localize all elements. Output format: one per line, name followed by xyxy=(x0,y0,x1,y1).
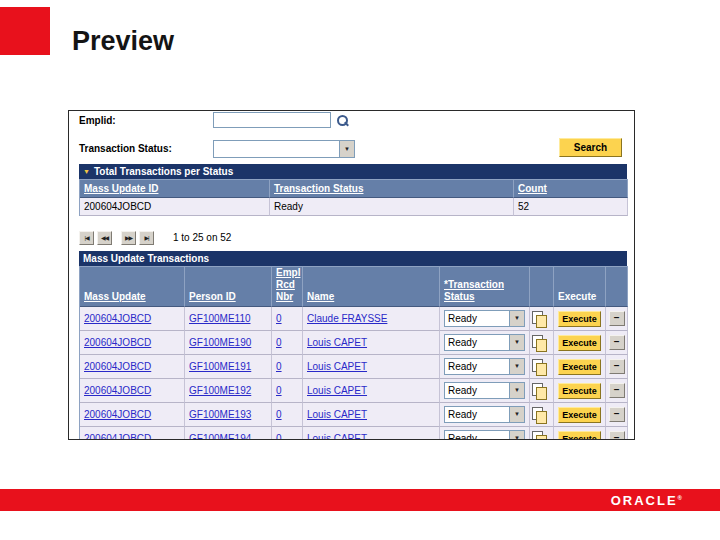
transfer-detail-icon[interactable] xyxy=(532,311,546,326)
footer-bar: ORACLE® xyxy=(0,489,720,511)
collapse-icon[interactable]: ▼ xyxy=(83,168,90,175)
delete-row-button[interactable]: – xyxy=(609,383,625,398)
delete-row-button[interactable]: – xyxy=(609,407,625,422)
execute-button[interactable]: Execute xyxy=(558,359,601,375)
transfer-detail-icon[interactable] xyxy=(532,383,546,398)
name-link[interactable]: Claude FRAYSSE xyxy=(307,313,387,324)
column-header-count[interactable]: Count xyxy=(514,179,628,198)
person-id-link[interactable]: GF100ME194 xyxy=(189,433,251,440)
next-page-button[interactable]: ▶▶ xyxy=(121,231,136,245)
table-row: 200604JOBCD GF100ME194 0 Louis CAPET Rea… xyxy=(80,427,627,440)
column-header-name[interactable]: Name xyxy=(303,266,440,307)
row-status-select[interactable]: Ready▼ xyxy=(444,430,525,440)
name-link[interactable]: Louis CAPET xyxy=(307,361,367,372)
delete-row-button[interactable]: – xyxy=(609,431,625,440)
chevron-down-icon[interactable]: ▼ xyxy=(509,311,524,326)
mass-update-link[interactable]: 200604JOBCD xyxy=(84,433,151,440)
row-status-select[interactable]: Ready▼ xyxy=(444,382,525,399)
execute-button[interactable]: Execute xyxy=(558,407,601,423)
row-status-select[interactable]: Ready▼ xyxy=(444,310,525,327)
transaction-status-label: Transaction Status: xyxy=(79,143,172,154)
column-header-mass-update-id[interactable]: Mass Update ID xyxy=(80,179,270,198)
chevron-down-icon[interactable]: ▼ xyxy=(339,141,354,157)
mass-update-link[interactable]: 200604JOBCD xyxy=(84,313,151,324)
chevron-down-icon[interactable]: ▼ xyxy=(509,407,524,422)
empl-rcd-link[interactable]: 0 xyxy=(276,433,282,440)
pagination-label: 1 to 25 on 52 xyxy=(173,232,231,243)
column-header-mass-update[interactable]: Mass Update xyxy=(80,266,185,307)
mass-update-link[interactable]: 200604JOBCD xyxy=(84,337,151,348)
mass-update-link[interactable]: 200604JOBCD xyxy=(84,361,151,372)
previous-page-button[interactable]: ◀◀ xyxy=(97,231,112,245)
summary-row: 200604JOBCD Ready 52 xyxy=(80,198,627,216)
column-header-empl-rcd-nbr[interactable]: EmplRcdNbr xyxy=(272,266,303,307)
grid-section-header: Mass Update Transactions xyxy=(79,251,627,266)
table-row: 200604JOBCD GF100ME191 0 Louis CAPET Rea… xyxy=(80,355,627,379)
summary-section-title: Total Transactions per Status xyxy=(94,166,233,177)
table-row: 200604JOBCD GF100ME193 0 Louis CAPET Rea… xyxy=(80,403,627,427)
summary-count: 52 xyxy=(514,198,628,216)
summary-mass-update-id: 200604JOBCD xyxy=(80,198,270,216)
summary-transaction-status: Ready xyxy=(270,198,514,216)
execute-button[interactable]: Execute xyxy=(558,311,601,327)
transaction-status-select[interactable]: ▼ xyxy=(213,140,355,158)
name-link[interactable]: Louis CAPET xyxy=(307,409,367,420)
column-header-icons xyxy=(530,266,554,307)
summary-section-header[interactable]: ▼Total Transactions per Status xyxy=(79,164,627,179)
last-page-button[interactable]: ▶| xyxy=(139,231,154,245)
oracle-logo: ORACLE® xyxy=(611,493,682,508)
person-id-link[interactable]: GF100ME190 xyxy=(189,337,251,348)
name-link[interactable]: Louis CAPET xyxy=(307,433,367,440)
table-row: 200604JOBCD GF100ME190 0 Louis CAPET Rea… xyxy=(80,331,627,355)
emplid-input[interactable] xyxy=(213,112,331,128)
emplid-label: Emplid: xyxy=(79,115,116,126)
summary-table: Mass Update ID Transaction Status Count … xyxy=(79,179,627,216)
empl-rcd-link[interactable]: 0 xyxy=(276,313,282,324)
row-status-select[interactable]: Ready▼ xyxy=(444,406,525,423)
row-status-select[interactable]: Ready▼ xyxy=(444,334,525,351)
search-button[interactable]: Search xyxy=(559,138,622,157)
slide-title: Preview xyxy=(72,26,174,57)
mass-update-link[interactable]: 200604JOBCD xyxy=(84,409,151,420)
execute-button[interactable]: Execute xyxy=(558,335,601,351)
empl-rcd-link[interactable]: 0 xyxy=(276,385,282,396)
delete-row-button[interactable]: – xyxy=(609,359,625,374)
transactions-grid: Mass Update Person ID EmplRcdNbr Name *T… xyxy=(79,266,627,440)
execute-button[interactable]: Execute xyxy=(558,431,601,441)
person-id-link[interactable]: GF100ME191 xyxy=(189,361,251,372)
empl-rcd-link[interactable]: 0 xyxy=(276,409,282,420)
person-id-link[interactable]: GF100ME193 xyxy=(189,409,251,420)
execute-button[interactable]: Execute xyxy=(558,383,601,399)
person-id-link[interactable]: GF100ME192 xyxy=(189,385,251,396)
transfer-detail-icon[interactable] xyxy=(532,431,546,440)
column-header-execute: Execute xyxy=(554,266,606,307)
name-link[interactable]: Louis CAPET xyxy=(307,337,367,348)
column-header-transaction-status[interactable]: *TransactionStatus xyxy=(440,266,530,307)
mass-update-link[interactable]: 200604JOBCD xyxy=(84,385,151,396)
empl-rcd-link[interactable]: 0 xyxy=(276,337,282,348)
pagination: |◀ ◀◀ ▶▶ ▶| 1 to 25 on 52 xyxy=(79,230,231,245)
delete-row-button[interactable]: – xyxy=(609,335,625,350)
empl-rcd-link[interactable]: 0 xyxy=(276,361,282,372)
person-id-link[interactable]: GF100ME110 xyxy=(189,313,251,324)
transfer-detail-icon[interactable] xyxy=(532,407,546,422)
lookup-icon[interactable] xyxy=(336,114,349,127)
row-status-select[interactable]: Ready▼ xyxy=(444,358,525,375)
transfer-detail-icon[interactable] xyxy=(532,335,546,350)
chevron-down-icon[interactable]: ▼ xyxy=(509,383,524,398)
transfer-detail-icon[interactable] xyxy=(532,359,546,374)
chevron-down-icon[interactable]: ▼ xyxy=(509,431,524,440)
accent-square xyxy=(0,7,50,55)
table-row: 200604JOBCD GF100ME192 0 Louis CAPET Rea… xyxy=(80,379,627,403)
app-screenshot: Emplid: Transaction Status: ▼ Search ▼To… xyxy=(68,110,635,440)
first-page-button[interactable]: |◀ xyxy=(79,231,94,245)
grid-section-title: Mass Update Transactions xyxy=(83,253,209,264)
delete-row-button[interactable]: – xyxy=(609,311,625,326)
column-header-transaction-status[interactable]: Transaction Status xyxy=(270,179,514,198)
chevron-down-icon[interactable]: ▼ xyxy=(509,359,524,374)
chevron-down-icon[interactable]: ▼ xyxy=(509,335,524,350)
registered-mark: ® xyxy=(678,495,682,501)
name-link[interactable]: Louis CAPET xyxy=(307,385,367,396)
column-header-person-id[interactable]: Person ID xyxy=(185,266,272,307)
table-row: 200604JOBCD GF100ME110 0 Claude FRAYSSE … xyxy=(80,307,627,331)
